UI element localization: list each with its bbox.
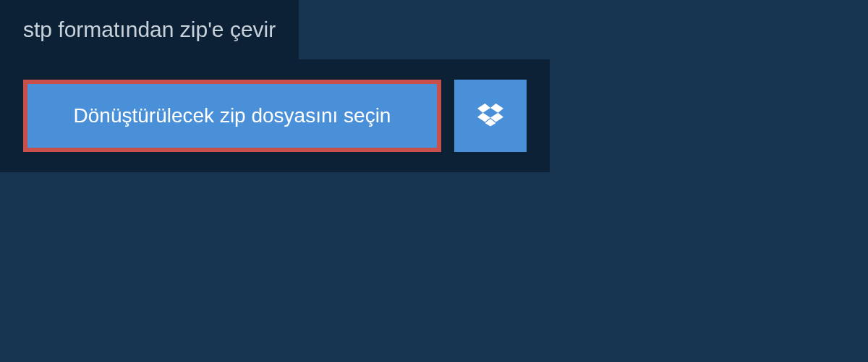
- select-file-label: Dönüştürülecek zip dosyasını seçin: [74, 104, 391, 127]
- dropbox-icon: [477, 101, 503, 130]
- select-file-button[interactable]: Dönüştürülecek zip dosyasını seçin: [23, 80, 441, 152]
- dropbox-button[interactable]: [454, 80, 527, 152]
- page-title: stp formatından zip'e çevir: [0, 0, 299, 59]
- title-text: stp formatından zip'e çevir: [23, 17, 276, 41]
- file-select-panel: Dönüştürülecek zip dosyasını seçin: [0, 59, 550, 172]
